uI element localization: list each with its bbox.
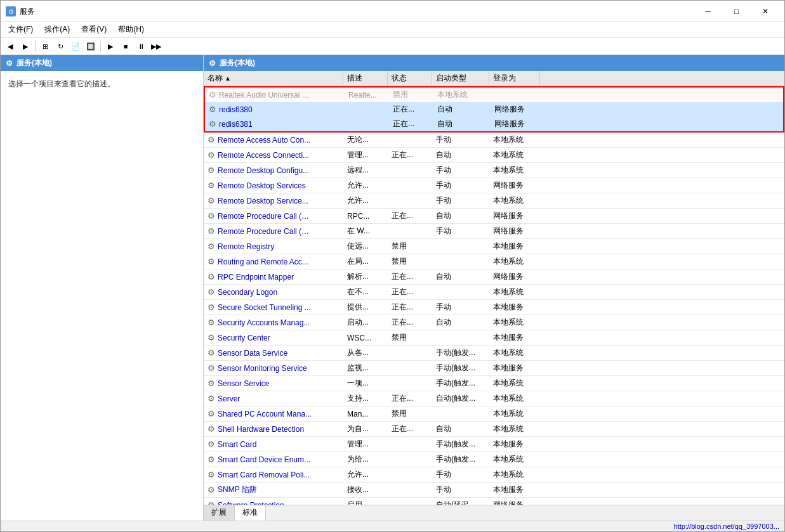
- table-row[interactable]: ⚙redis6381正在...自动网络服务: [204, 117, 784, 133]
- table-row[interactable]: ⚙Remote Procedure Call (…RPC...正在...自动网络…: [204, 209, 784, 224]
- service-startup-cell: 自动: [433, 117, 491, 131]
- menu-file[interactable]: 文件(F): [3, 23, 38, 36]
- restart-service-button[interactable]: ▶▶: [149, 39, 163, 53]
- service-startup-cell: 手动(触发...: [432, 346, 489, 360]
- service-icon: ⚙: [208, 363, 215, 373]
- stop-service-button[interactable]: ■: [119, 39, 133, 53]
- service-status-cell: 正在...: [388, 422, 432, 436]
- service-login-cell: 本地系统: [489, 148, 540, 162]
- toolbar-separator-1: [35, 41, 36, 52]
- col-desc[interactable]: 描述: [343, 71, 388, 86]
- table-row[interactable]: ⚙Security CenterWSC...禁用本地服务: [204, 330, 784, 346]
- service-status-cell: 禁用: [388, 239, 432, 254]
- export-button[interactable]: 📄: [69, 39, 82, 53]
- service-icon: ⚙: [208, 302, 215, 312]
- table-row[interactable]: ⚙Smart Card Removal Poli...允许...手动本地系统: [204, 467, 784, 483]
- service-startup-cell: [432, 239, 489, 254]
- service-startup-cell: 手动: [432, 133, 489, 147]
- service-status-cell: 禁用: [388, 330, 432, 345]
- table-row[interactable]: ⚙Shell Hardware Detection为自...正在...自动本地系…: [204, 422, 784, 437]
- col-startup[interactable]: 启动类型: [432, 71, 489, 86]
- table-row[interactable]: ⚙Secure Socket Tunneling ...提供...正在...手动…: [204, 300, 784, 315]
- service-login-cell: 网络服务: [489, 269, 540, 284]
- service-icon: ⚙: [208, 287, 215, 297]
- table-row[interactable]: ⚙Sensor Service一项...手动(触发...本地系统: [204, 376, 784, 391]
- service-login-cell: 本地系统: [489, 254, 540, 269]
- table-row[interactable]: ⚙Smart Card Device Enum...为给...手动(触发...本…: [204, 452, 784, 467]
- pause-service-button[interactable]: ⏸: [134, 39, 148, 53]
- window-title: 服务: [20, 6, 35, 17]
- left-pane-icon: ⚙: [6, 59, 13, 68]
- service-status-cell: 禁用: [388, 254, 432, 269]
- table-row[interactable]: ⚙Remote Desktop Services允许...手动网络服务: [204, 178, 784, 193]
- table-row[interactable]: ⚙Secondary Logon在不...正在...本地系统: [204, 285, 784, 300]
- table-row[interactable]: ⚙Software Protection启用...自动(延迟...网络服务: [204, 498, 784, 505]
- menu-help[interactable]: 帮助(H): [113, 23, 149, 36]
- menu-view[interactable]: 查看(V): [76, 23, 112, 36]
- right-pane-header: ⚙ 服务(本地): [204, 55, 784, 71]
- table-row[interactable]: ⚙Remote Desktop Service...允许...手动本地系统: [204, 193, 784, 209]
- table-row[interactable]: ⚙Server支持...正在...自动(触发...本地系统: [204, 391, 784, 406]
- table-row[interactable]: ⚙Remote Registry使远...禁用本地服务: [204, 239, 784, 254]
- tab-expand[interactable]: 扩展: [204, 505, 235, 521]
- table-row[interactable]: ⚙Sensor Data Service从各...手动(触发...本地系统: [204, 346, 784, 361]
- col-name[interactable]: 名称 ▲: [204, 71, 343, 86]
- forward-button[interactable]: ▶: [18, 39, 32, 53]
- service-login-cell: 网络服务: [489, 178, 540, 193]
- start-service-button[interactable]: ▶: [103, 39, 117, 53]
- service-startup-cell: 手动: [432, 178, 489, 193]
- service-desc-cell: 为自...: [343, 422, 388, 436]
- table-row[interactable]: ⚙Shared PC Account Mana...Man...禁用本地系统: [204, 406, 784, 422]
- table-row[interactable]: ⚙Routing and Remote Acc...在局...禁用本地系统: [204, 254, 784, 269]
- table-row[interactable]: ⚙Sensor Monitoring Service监视...手动(触发...本…: [204, 361, 784, 376]
- service-login-cell: 本地系统: [489, 133, 540, 147]
- status-url: http://blog.csdn.net/qq_3997003...: [674, 522, 779, 530]
- menu-action[interactable]: 操作(A): [39, 23, 75, 36]
- tab-standard[interactable]: 标准: [235, 505, 266, 521]
- service-status-cell: [388, 467, 432, 482]
- table-row[interactable]: ⚙SNMP 陷阱接收...手动本地服务: [204, 483, 784, 498]
- col-status[interactable]: 状态: [388, 71, 432, 86]
- maximize-button[interactable]: □: [722, 4, 751, 18]
- properties-button[interactable]: 🔲: [84, 39, 98, 53]
- service-startup-cell: [432, 406, 489, 421]
- service-icon: ⚙: [208, 150, 215, 160]
- col-login[interactable]: 登录为: [489, 71, 540, 86]
- service-login-cell: 本地服务: [489, 437, 540, 451]
- table-row[interactable]: ⚙Smart Card管理...手动(触发...本地服务: [204, 437, 784, 452]
- table-row[interactable]: ⚙redis6380正在...自动网络服务: [204, 102, 784, 117]
- back-button[interactable]: ◀: [3, 39, 17, 53]
- service-name-cell: ⚙RPC Endpoint Mapper: [204, 269, 343, 284]
- service-startup-cell: 手动(触发...: [432, 376, 489, 391]
- table-row[interactable]: ⚙Remote Access Connecti...管理...正在...自动本地…: [204, 148, 784, 163]
- table-row[interactable]: ⚙Remote Procedure Call (…在 W...手动网络服务: [204, 224, 784, 239]
- service-startup-cell: 本地系统: [433, 88, 491, 102]
- service-status-cell: 正在...: [389, 117, 433, 131]
- main-window: ⚙ 服务 ─ □ ✕ 文件(F) 操作(A) 查看(V) 帮助(H) ◀ ▶ ⊞…: [0, 0, 785, 532]
- left-pane-header: ⚙ 服务(本地): [1, 55, 203, 71]
- show-hide-button[interactable]: ⊞: [38, 39, 52, 53]
- table-row[interactable]: ⚙Remote Access Auto Con...无论...手动本地系统: [204, 133, 784, 148]
- service-status-cell: [388, 452, 432, 467]
- service-desc-cell: 支持...: [343, 391, 388, 406]
- service-status-cell: 正在...: [388, 209, 432, 223]
- service-name-cell: ⚙Secondary Logon: [204, 285, 343, 299]
- table-row[interactable]: ⚙RPC Endpoint Mapper解析...正在...自动网络服务: [204, 269, 784, 285]
- service-name-cell: ⚙Server: [204, 391, 343, 406]
- service-login-cell: 本地系统: [489, 346, 540, 360]
- service-desc-cell: Realte...: [345, 88, 389, 102]
- table-row[interactable]: ⚙Security Accounts Manag...启动...正在...自动本…: [204, 315, 784, 330]
- service-status-cell: [388, 483, 432, 497]
- close-button[interactable]: ✕: [751, 4, 779, 18]
- service-startup-cell: 手动: [432, 300, 489, 315]
- service-desc-cell: 远程...: [343, 163, 388, 178]
- table-row[interactable]: ⚙Remote Desktop Configu...远程...手动本地系统: [204, 163, 784, 178]
- refresh-button[interactable]: ↻: [53, 39, 67, 53]
- service-name-cell: ⚙Sensor Data Service: [204, 346, 343, 360]
- service-startup-cell: 自动: [432, 209, 489, 223]
- table-row[interactable]: ⚙Realtek Audio Universal ...Realte...禁用本…: [204, 86, 784, 102]
- services-table[interactable]: 名称 ▲ 描述 状态 启动类型 登录为: [204, 71, 784, 505]
- service-login-cell: 网络服务: [489, 224, 540, 238]
- service-desc-cell: 提供...: [343, 300, 388, 315]
- minimize-button[interactable]: ─: [694, 4, 722, 18]
